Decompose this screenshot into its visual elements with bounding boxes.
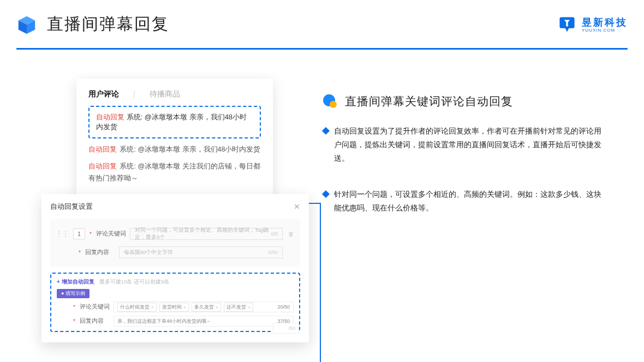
svg-rect-4 (566, 22, 568, 26)
highlighted-message: 自动回复 系统: @冰墩墩本墩 亲亲，我们48小时内发货 (88, 106, 261, 138)
brand: 昱新科技 YUUXIN.COM (558, 15, 628, 34)
tag-list: 什么时候发货× 发货时间× 多久发货× 还不发货× (117, 303, 255, 312)
section-header: 直播间弹幕关键词评论自动回复 (323, 94, 618, 109)
required-dot: * (73, 304, 75, 310)
connector-line (309, 203, 320, 204)
ex-reply-value: 亲，我们这边都是下单48小时内发货的哦～ (117, 318, 211, 325)
ex-keyword-input[interactable]: 什么时候发货× 发货时间× 多久发货× 还不发货× 20/50 (114, 301, 294, 312)
keyword-row: ⋮⋮ 1 * 评论关键词 对同一个问题，可设置多个相近、高频的关键词，Tag确定… (56, 225, 295, 243)
bullet-icon (323, 94, 337, 108)
ex-reply-input[interactable]: 亲，我们这边都是下单48小时内发货的哦～ 37/50 (114, 316, 294, 327)
reply-row: * 回复内容 每条限50个中文字符 0/50 (56, 243, 295, 262)
required-dot: * (90, 231, 92, 237)
reply-input[interactable]: 每条限50个中文字符 0/50 (119, 246, 283, 258)
bullet-text: 针对同一个问题，可设置多个相近的、高频的关键词。例如：这款多少钱、这块能优惠吗、… (334, 188, 618, 215)
tab-pending-goods[interactable]: 待播商品 (150, 89, 180, 99)
brand-text-block: 昱新科技 YUUXIN.COM (582, 16, 628, 33)
brand-subtitle: YUUXIN.COM (582, 28, 615, 33)
tag-item[interactable]: 什么时候发货× (117, 303, 157, 312)
cube-icon (16, 14, 37, 35)
add-sub-text: 最多可建10条 还可以创建9条 (99, 279, 170, 285)
connector-line (320, 203, 321, 362)
bullet-item: 自动回复设置为了提升作者的评论回复效率，作者可在开播前针对常见的评论用户问题，提… (323, 124, 618, 166)
screenshot-stack: 用户评论 | 待播商品 自动回复 系统: @冰墩墩本墩 亲亲，我们48小时内发货… (41, 79, 309, 343)
message-item: 自动回复 系统: @冰墩墩本墩 关注我们的店铺，每日都有热门推荐呦～ (88, 161, 261, 184)
add-row: + 增加自动回复 最多可建10条 还可以创建9条 (57, 278, 294, 286)
example-pill: ● 填写示例 (57, 289, 90, 298)
tab-user-comments[interactable]: 用户评论 (88, 89, 119, 99)
keyword-placeholder: 对同一个问题，可设置多个相近、高频的关键词，Tag确定，最多5个 (135, 227, 271, 241)
ex-reply-label: 回复内容 (80, 317, 109, 325)
header-left: 直播间弹幕回复 (16, 13, 169, 35)
bullet-text: 自动回复设置为了提升作者的评论回复效率，作者可在开播前针对常见的评论用户问题，提… (334, 124, 618, 166)
example-keyword-row: * 评论关键词 什么时候发货× 发货时间× 多久发货× 还不发货× 20/50 (57, 301, 294, 312)
stub-input: /50 (273, 323, 299, 334)
reply-count: 0/50 (268, 250, 278, 255)
message-item: 自动回复 系统: @冰墩墩本墩 亲亲，我们48小时内发货 (88, 144, 261, 155)
modal-title: 自动回复设置 (50, 202, 93, 212)
reply-placeholder: 每条限50个中文字符 (124, 249, 174, 256)
modal-header: 自动回复设置 ✕ (50, 202, 300, 216)
comment-panel: 用户评论 | 待播商品 自动回复 系统: @冰墩墩本墩 亲亲，我们48小时内发货… (76, 79, 273, 198)
auto-reply-label: 自动回复 (88, 146, 117, 153)
right-content: 直播间弹幕关键词评论自动回复 自动回复设置为了提升作者的评论回复效率，作者可在开… (323, 94, 618, 215)
close-icon[interactable]: ✕ (294, 202, 300, 211)
bullet-item: 针对同一个问题，可设置多个相近的、高频的关键词。例如：这款多少钱、这块能优惠吗、… (323, 188, 618, 215)
reply-label: 回复内容 (85, 249, 115, 256)
example-reply-row: * 回复内容 亲，我们这边都是下单48小时内发货的哦～ 37/50 (57, 316, 294, 327)
tab-row: 用户评论 | 待播商品 (88, 89, 261, 99)
required-dot: * (73, 318, 75, 324)
trash-icon[interactable]: 🗑 (287, 231, 295, 237)
tag-item[interactable]: 多久发货× (192, 303, 221, 312)
diamond-icon (322, 190, 330, 197)
example-block: + 增加自动回复 最多可建10条 还可以创建9条 ● 填写示例 * 评论关键词 … (50, 273, 300, 332)
add-auto-reply-link[interactable]: + 增加自动回复 (57, 279, 94, 285)
index-box: 1 (73, 228, 85, 239)
required-dot: * (79, 250, 81, 256)
section-title: 直播间弹幕关键词评论自动回复 (345, 94, 513, 109)
tab-separator: | (133, 89, 135, 99)
ex-kw-count: 20/50 (277, 304, 290, 310)
brand-name: 昱新科技 (582, 16, 628, 29)
header-divider (16, 48, 628, 50)
auto-reply-settings-modal: 自动回复设置 ✕ ⋮⋮ 1 * 评论关键词 对同一个问题，可设置多个相近、高频的… (41, 194, 309, 342)
ex-keyword-label: 评论关键词 (80, 303, 109, 311)
tag-item[interactable]: 还不发货× (224, 303, 253, 312)
drag-handle-icon[interactable]: ⋮⋮ (56, 230, 69, 238)
page-title: 直播间弹幕回复 (47, 13, 169, 35)
keyword-label: 评论关键词 (96, 230, 126, 238)
keyword-input[interactable]: 对同一个问题，可设置多个相近、高频的关键词，Tag确定，最多5个 0/5 (130, 228, 283, 240)
auto-reply-label: 自动回复 (88, 162, 117, 170)
brand-logo-icon (558, 15, 576, 34)
highlighted-msg-text: 自动回复 系统: @冰墩墩本墩 亲亲，我们48小时内发货 (96, 113, 247, 131)
tag-item[interactable]: 发货时间× (159, 303, 189, 312)
form-block: ⋮⋮ 1 * 评论关键词 对同一个问题，可设置多个相近、高频的关键词，Tag确定… (50, 219, 300, 267)
header: 直播间弹幕回复 昱新科技 YUUXIN.COM (16, 13, 628, 35)
auto-reply-label: 自动回复 (96, 113, 124, 121)
keyword-count: 0/5 (271, 231, 278, 237)
diamond-icon (322, 127, 330, 135)
